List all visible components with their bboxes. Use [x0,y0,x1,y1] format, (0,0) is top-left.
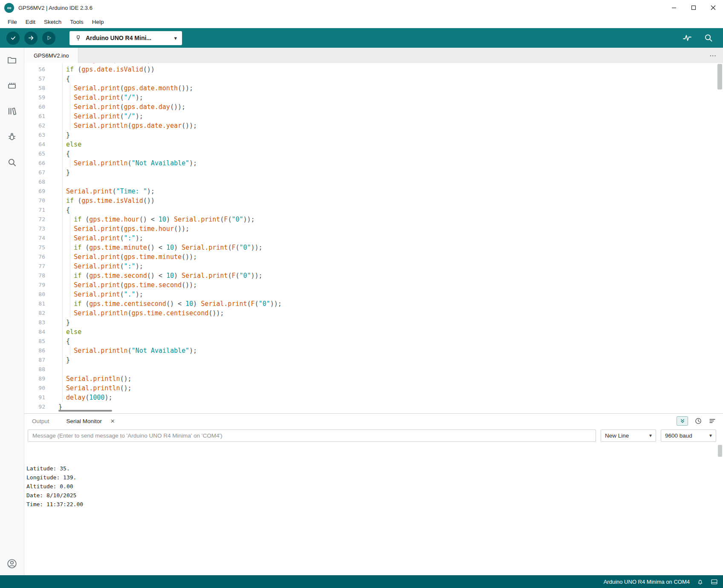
code-line[interactable]: 86 Serial.println("Not Available"); [24,346,723,355]
code-line[interactable]: 90 Serial.println(); [24,383,723,393]
code-line[interactable]: 72 if (gps.time.hour() < 10) Serial.prin… [24,215,723,224]
line-number[interactable]: 72 [24,215,51,224]
tab-output[interactable]: Output [29,418,53,424]
tab-gps6mv2[interactable]: GPS6MV2.ino [24,48,78,63]
code-line[interactable]: 73 Serial.print(gps.time.hour()); [24,224,723,233]
line-number[interactable]: 74 [24,233,51,243]
line-number[interactable]: 91 [24,393,51,402]
vertical-scrollbar[interactable] [717,64,722,89]
horizontal-scrollbar[interactable] [58,410,112,412]
line-number[interactable]: 78 [24,271,51,280]
tab-overflow-menu-icon[interactable]: ⋯ [709,52,716,60]
notifications-button[interactable] [697,578,704,585]
code-line[interactable]: 58 Serial.print(gps.date.month()); [24,84,723,93]
line-number[interactable]: 92 [24,402,51,412]
upload-button[interactable] [24,32,38,45]
code-line[interactable]: 68 [24,177,723,187]
line-number[interactable]: 75 [24,243,51,252]
code-line[interactable]: 71 { [24,205,723,215]
line-number[interactable]: 77 [24,262,51,271]
code-line[interactable]: 66 Serial.println("Not Available"); [24,159,723,168]
line-number[interactable]: 86 [24,346,51,355]
line-number[interactable]: 87 [24,355,51,365]
code-editor[interactable]: 55 Serial.print("Date: ");56 if (gps.dat… [24,63,723,413]
code-line[interactable]: 65 { [24,149,723,159]
code-line[interactable]: 88 [24,365,723,374]
menu-tools[interactable]: Tools [66,17,88,27]
line-number[interactable]: 80 [24,290,51,299]
sidebar-item-search[interactable] [6,157,17,168]
line-number[interactable]: 64 [24,140,51,149]
sidebar-item-debug[interactable] [6,131,17,142]
line-number[interactable]: 79 [24,280,51,290]
code-line[interactable]: 79 Serial.print(gps.time.second()); [24,280,723,290]
code-line[interactable]: 76 Serial.print(gps.time.minute()); [24,252,723,262]
line-number[interactable]: 68 [24,177,51,187]
line-number[interactable]: 81 [24,299,51,308]
line-number[interactable]: 90 [24,383,51,393]
menu-sketch[interactable]: Sketch [40,17,66,27]
code-line[interactable]: 77 Serial.print(":"); [24,262,723,271]
line-number[interactable]: 71 [24,205,51,215]
board-selector[interactable]: Arduino UNO R4 Mini... ▾ [69,31,182,45]
output-scrollbar[interactable] [718,445,722,457]
serial-plotter-button[interactable] [682,33,692,43]
account-button[interactable] [6,558,17,569]
tab-serial-monitor[interactable]: Serial Monitor [63,418,105,424]
line-number[interactable]: 73 [24,224,51,233]
debug-button[interactable] [42,32,55,45]
line-number[interactable]: 70 [24,196,51,205]
serial-output[interactable]: Latitude: 35.Longitude: 139.Altitude: 0.… [24,443,723,575]
line-number[interactable]: 89 [24,374,51,383]
close-button[interactable] [703,0,723,15]
line-number[interactable]: 76 [24,252,51,262]
line-number[interactable]: 60 [24,102,51,112]
code-line[interactable]: 87 } [24,355,723,365]
line-number[interactable]: 56 [24,65,51,74]
code-line[interactable]: 83 } [24,318,723,327]
code-line[interactable]: 69 Serial.print("Time: "); [24,187,723,196]
line-number[interactable]: 83 [24,318,51,327]
line-number[interactable]: 58 [24,84,51,93]
line-number[interactable]: 59 [24,93,51,102]
menu-help[interactable]: Help [88,17,108,27]
line-number[interactable]: 61 [24,112,51,121]
line-number[interactable]: 69 [24,187,51,196]
line-number[interactable]: 85 [24,337,51,346]
line-number[interactable]: 88 [24,365,51,374]
line-number[interactable]: 82 [24,308,51,318]
code-line[interactable]: 80 Serial.print("."); [24,290,723,299]
line-number[interactable]: 65 [24,149,51,159]
line-number[interactable]: 66 [24,159,51,168]
code-line[interactable]: 74 Serial.print(":"); [24,233,723,243]
code-line[interactable]: 59 Serial.print("/"); [24,93,723,102]
serial-message-input[interactable] [28,429,596,442]
code-line[interactable]: 75 if (gps.time.minute() < 10) Serial.pr… [24,243,723,252]
code-line[interactable]: 64 else [24,140,723,149]
code-line[interactable]: 89 Serial.println(); [24,374,723,383]
sidebar-item-sketchbook[interactable] [6,55,17,66]
line-number[interactable]: 62 [24,121,51,130]
timestamp-toggle-button[interactable] [694,417,702,425]
code-line[interactable]: 60 Serial.print(gps.date.day()); [24,102,723,112]
line-number[interactable]: 84 [24,327,51,337]
code-line[interactable]: 82 Serial.println(gps.time.centisecond()… [24,308,723,318]
verify-button[interactable] [6,32,20,45]
code-line[interactable]: 91 delay(1000); [24,393,723,402]
code-line[interactable]: 67 } [24,168,723,177]
line-number[interactable]: 67 [24,168,51,177]
code-line[interactable]: 62 Serial.println(gps.date.year()); [24,121,723,130]
code-line[interactable]: 78 if (gps.time.second() < 10) Serial.pr… [24,271,723,280]
autoscroll-toggle-button[interactable] [677,416,688,426]
code-line[interactable]: 84 else [24,327,723,337]
code-line[interactable]: 63 } [24,130,723,140]
code-line[interactable]: 56 if (gps.date.isValid()) [24,65,723,74]
close-serial-monitor-icon[interactable]: ✕ [110,418,115,424]
sidebar-item-library-manager[interactable] [6,106,17,117]
code-line[interactable]: 57 { [24,74,723,84]
code-line[interactable]: 81 if (gps.time.centisecond() < 10) Seri… [24,299,723,308]
clear-output-button[interactable] [709,417,716,425]
menu-file[interactable]: File [3,17,21,27]
maximize-button[interactable] [684,0,703,15]
line-number[interactable]: 63 [24,130,51,140]
